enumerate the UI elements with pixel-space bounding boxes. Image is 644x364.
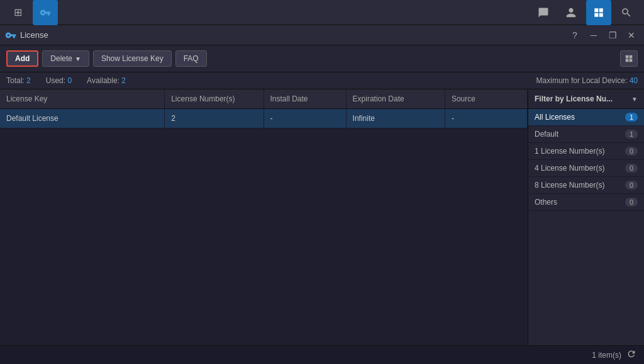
title-bar: License ? ─ ❐ ✕ <box>0 25 644 45</box>
col-header-license-key: License Key <box>0 89 165 108</box>
faq-button[interactable]: FAQ <box>175 50 207 67</box>
cell-license-key: Default License <box>0 109 165 128</box>
grid-icon[interactable]: ⊞ <box>5 0 30 25</box>
filter-item-8-license[interactable]: 8 License Number(s) 0 <box>528 177 644 194</box>
taskbar: ⊞ <box>0 0 644 25</box>
layout-toggle-button[interactable] <box>620 50 638 67</box>
filter-count: 1 <box>625 130 638 139</box>
toolbar: Add Delete ▼ Show License Key FAQ <box>0 45 644 72</box>
filter-label: Others <box>535 198 557 207</box>
cell-expiration-date: Infinite <box>347 109 445 128</box>
close-button[interactable]: ✕ <box>624 28 639 43</box>
col-header-source: Source <box>445 89 528 108</box>
total-stat: Total: 2 <box>6 76 31 85</box>
col-header-license-numbers: License Number(s) <box>165 89 264 108</box>
filter-header: Filter by License Nu... ▼ <box>528 89 644 109</box>
col-header-install-date: Install Date <box>264 89 347 108</box>
filter-dropdown-arrow[interactable]: ▼ <box>631 96 638 103</box>
filter-count: 0 <box>625 164 638 173</box>
filter-item-4-license[interactable]: 4 License Number(s) 0 <box>528 160 644 177</box>
window-icon[interactable] <box>586 0 611 25</box>
filter-item-1-license[interactable]: 1 License Number(s) 0 <box>528 143 644 160</box>
main-content: License Key License Number(s) Install Da… <box>0 89 644 345</box>
table-row[interactable]: Default License 2 - Infinite - <box>0 109 528 128</box>
used-stat: Used: 0 <box>46 76 72 85</box>
delete-dropdown-arrow: ▼ <box>75 55 81 62</box>
filter-item-all-licenses[interactable]: All Licenses 1 <box>528 109 644 126</box>
filter-count: 0 <box>625 198 638 207</box>
filter-label: 1 License Number(s) <box>535 147 604 156</box>
maximize-button[interactable]: ❐ <box>605 28 620 43</box>
chat-icon[interactable] <box>531 0 556 25</box>
filter-item-default[interactable]: Default 1 <box>528 126 644 143</box>
filter-count: 1 <box>625 113 638 122</box>
max-stat: Maximum for Local Device: 40 <box>536 76 638 85</box>
help-button[interactable]: ? <box>567 28 582 43</box>
table-area: License Key License Number(s) Install Da… <box>0 89 528 345</box>
key-icon[interactable] <box>33 0 58 25</box>
magnify-icon[interactable] <box>614 0 639 25</box>
minimize-button[interactable]: ─ <box>586 28 601 43</box>
items-count: 1 item(s) <box>592 351 621 360</box>
filter-item-others[interactable]: Others 0 <box>528 194 644 211</box>
taskbar-left: ⊞ <box>5 0 58 25</box>
app-window: License ? ─ ❐ ✕ Add Delete ▼ Show Licens… <box>0 25 644 364</box>
cell-source: - <box>445 109 528 128</box>
window-title: License <box>20 30 48 40</box>
right-panel: Filter by License Nu... ▼ All Licenses 1… <box>528 89 644 345</box>
refresh-button[interactable] <box>626 349 636 361</box>
filter-count: 0 <box>625 147 638 156</box>
show-license-key-button[interactable]: Show License Key <box>93 50 172 67</box>
taskbar-right <box>531 0 639 25</box>
delete-button[interactable]: Delete ▼ <box>42 50 89 67</box>
cell-license-numbers: 2 <box>165 109 264 128</box>
filter-count: 0 <box>625 181 638 190</box>
filter-label: All Licenses <box>535 113 575 122</box>
table-body: Default License 2 - Infinite - <box>0 109 528 345</box>
app-icon <box>5 30 16 41</box>
filter-label: Default <box>535 130 558 139</box>
available-stat: Available: 2 <box>87 76 126 85</box>
title-bar-left: License <box>5 30 48 41</box>
user-icon[interactable] <box>558 0 584 25</box>
filter-title: Filter by License Nu... <box>535 94 613 103</box>
col-header-expiration-date: Expiration Date <box>347 89 445 108</box>
filter-label: 8 License Number(s) <box>535 181 604 190</box>
status-bar: 1 item(s) <box>0 345 644 364</box>
title-bar-right: ? ─ ❐ ✕ <box>567 28 639 43</box>
cell-install-date: - <box>264 109 347 128</box>
filter-label: 4 License Number(s) <box>535 164 604 173</box>
add-button[interactable]: Add <box>6 50 38 67</box>
table-header: License Key License Number(s) Install Da… <box>0 89 528 109</box>
stats-bar: Total: 2 Used: 0 Available: 2 Maximum fo… <box>0 72 644 89</box>
